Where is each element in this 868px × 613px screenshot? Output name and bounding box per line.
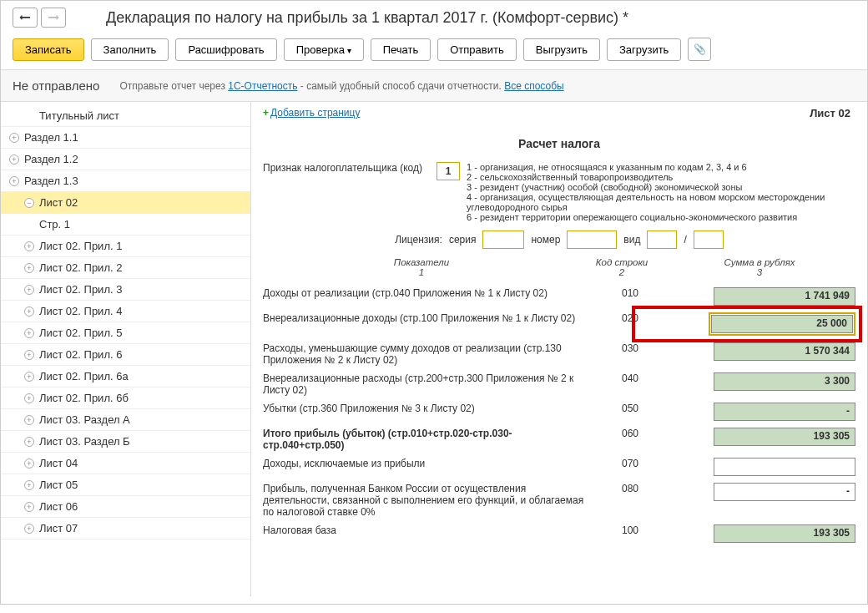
expand-icon[interactable]: + — [24, 437, 34, 447]
print-button[interactable]: Печать — [371, 38, 431, 61]
tree-item-label: Лист 07 — [39, 522, 78, 534]
tree-item[interactable]: +Раздел 1.1 — [1, 127, 250, 149]
amount-input[interactable]: - — [714, 403, 855, 421]
tree-item[interactable]: +Лист 03. Раздел А — [1, 409, 250, 431]
section-tree[interactable]: Титульный лист+Раздел 1.1+Раздел 1.2+Раз… — [1, 102, 251, 596]
expand-icon[interactable]: + — [24, 502, 34, 512]
tree-item[interactable]: +Раздел 1.2 — [1, 149, 250, 170]
link-all-ways[interactable]: Все способы — [504, 80, 564, 92]
license-number-input[interactable] — [567, 231, 617, 249]
tree-item[interactable]: Титульный лист — [1, 105, 250, 127]
tree-item[interactable]: +Лист 04 — [1, 453, 250, 474]
tree-item-label: Раздел 1.3 — [24, 175, 78, 187]
attach-button[interactable]: 📎 — [688, 38, 711, 61]
nav-back-button[interactable]: 🠔 — [13, 8, 38, 28]
tree-item-label: Лист 02 — [39, 196, 78, 209]
indicator-label: Внереализационные расходы (стр.200+стр.3… — [263, 372, 597, 396]
indicator-label: Расходы, уменьшающие сумму доходов от ре… — [263, 342, 597, 366]
expand-icon[interactable]: + — [24, 393, 34, 403]
amount-input[interactable]: 1 741 949 — [714, 287, 855, 306]
page-title: Декларация по налогу на прибыль за 1 ква… — [106, 9, 628, 27]
tree-item[interactable]: +Лист 03. Раздел Б — [1, 431, 250, 453]
amount-input[interactable]: 1 570 344 — [714, 342, 855, 361]
decrypt-button[interactable]: Расшифровать — [175, 38, 276, 61]
amount-input[interactable] — [714, 458, 855, 476]
tree-item-label: Лист 02. Прил. 5 — [39, 327, 122, 339]
license-type-input[interactable] — [647, 231, 677, 249]
export-button[interactable]: Выгрузить — [523, 38, 600, 61]
row-code: 030 — [597, 342, 647, 354]
tree-item[interactable]: −Лист 02 — [1, 192, 250, 214]
tree-item[interactable]: +Лист 02. Прил. 2 — [1, 257, 250, 279]
nav-forward-button[interactable]: 🠖 — [41, 8, 66, 28]
tree-item[interactable]: +Лист 02. Прил. 4 — [1, 301, 250, 322]
indicator-label: Доходы от реализации (стр.040 Приложения… — [263, 287, 597, 299]
amount-input[interactable]: 193 305 — [714, 428, 855, 446]
sheet-label: Лист 02 — [810, 107, 850, 119]
add-page-link[interactable]: Добавить страницу — [263, 107, 360, 119]
tree-item[interactable]: +Лист 02. Прил. 6 — [1, 344, 250, 366]
amount-input[interactable]: 193 305 — [714, 524, 855, 543]
tree-item-label: Лист 03. Раздел А — [39, 413, 130, 426]
amount-input[interactable]: - — [714, 483, 855, 501]
taxpayer-label: Признак налогоплательщика (код) — [263, 162, 430, 174]
expand-icon[interactable]: + — [24, 480, 34, 490]
tree-item[interactable]: +Лист 02. Прил. 3 — [1, 279, 250, 301]
paperclip-icon: 📎 — [694, 43, 706, 55]
expand-icon[interactable]: + — [24, 306, 34, 317]
row-code: 060 — [597, 428, 647, 439]
tree-item-label: Лист 02. Прил. 6 — [39, 348, 122, 361]
write-button[interactable]: Записать — [13, 38, 84, 61]
indicator-label: Итого прибыль (убыток) (стр.010+стр.020-… — [263, 428, 597, 451]
tree-item[interactable]: Стр. 1 — [1, 214, 250, 236]
license-series-input[interactable] — [482, 231, 524, 249]
expand-icon[interactable]: + — [9, 176, 19, 186]
tree-item-label: Лист 02. Прил. 3 — [39, 283, 122, 296]
calc-row: Убытки (стр.360 Приложения № 3 к Листу 0… — [263, 399, 855, 424]
expand-icon[interactable]: + — [24, 350, 34, 360]
link-1c-report[interactable]: 1С-Отчетность — [228, 80, 297, 92]
expand-icon[interactable]: + — [24, 524, 34, 534]
amount-input[interactable]: 25 000 — [711, 315, 853, 333]
expand-icon[interactable]: + — [24, 241, 34, 251]
status-hint: Отправьте отчет через 1С-Отчетность - са… — [119, 80, 563, 92]
license-row: Лицензия: серия номер вид / — [263, 231, 855, 249]
collapse-icon[interactable]: − — [24, 198, 34, 208]
import-button[interactable]: Загрузить — [607, 38, 681, 61]
amount-input[interactable]: 3 300 — [714, 372, 855, 391]
tree-item[interactable]: +Лист 02. Прил. 6а — [1, 366, 250, 388]
expand-icon[interactable]: + — [24, 285, 34, 295]
calc-row: Прибыль, полученная Банком России от осу… — [263, 479, 855, 521]
tree-item-label: Лист 02. Прил. 2 — [39, 261, 122, 274]
taxpayer-code-input[interactable]: 1 — [437, 162, 460, 180]
send-button[interactable]: Отправить — [437, 38, 516, 61]
fill-button[interactable]: Заполнить — [91, 38, 169, 61]
expand-icon[interactable]: + — [9, 133, 19, 143]
expand-icon[interactable]: + — [9, 155, 19, 165]
tree-item-label: Лист 02. Прил. 6а — [39, 370, 129, 382]
expand-icon[interactable]: + — [24, 328, 34, 338]
tree-item[interactable]: +Лист 02. Прил. 5 — [1, 322, 250, 344]
expand-icon[interactable]: + — [24, 415, 34, 425]
calc-row: Расходы, уменьшающие сумму доходов от ре… — [263, 339, 855, 369]
tree-item-label: Лист 04 — [39, 457, 78, 469]
tree-item-label: Лист 06 — [39, 500, 78, 513]
tree-item[interactable]: +Раздел 1.3 — [1, 170, 250, 192]
row-code: 080 — [597, 483, 647, 494]
tree-item[interactable]: +Лист 06 — [1, 496, 250, 518]
expand-icon[interactable]: + — [24, 372, 34, 382]
check-button[interactable]: Проверка — [284, 38, 364, 61]
tree-item-label: Раздел 1.2 — [24, 153, 78, 165]
tree-item-label: Лист 02. Прил. 4 — [39, 305, 122, 317]
tree-item[interactable]: +Лист 02. Прил. 6б — [1, 388, 250, 409]
license-type2-input[interactable] — [694, 231, 724, 249]
tree-item[interactable]: +Лист 02. Прил. 1 — [1, 236, 250, 257]
expand-icon[interactable]: + — [24, 263, 34, 273]
tree-item[interactable]: +Лист 05 — [1, 474, 250, 496]
tree-item-label: Лист 02. Прил. 1 — [39, 240, 122, 252]
tree-item[interactable]: +Лист 07 — [1, 518, 250, 540]
app-window: 🠔 🠖 Декларация по налогу на прибыль за 1… — [0, 0, 868, 605]
expand-icon[interactable]: + — [24, 458, 34, 469]
tree-item-label: Лист 03. Раздел Б — [39, 435, 130, 448]
indicator-label: Прибыль, полученная Банком России от осу… — [263, 483, 597, 518]
